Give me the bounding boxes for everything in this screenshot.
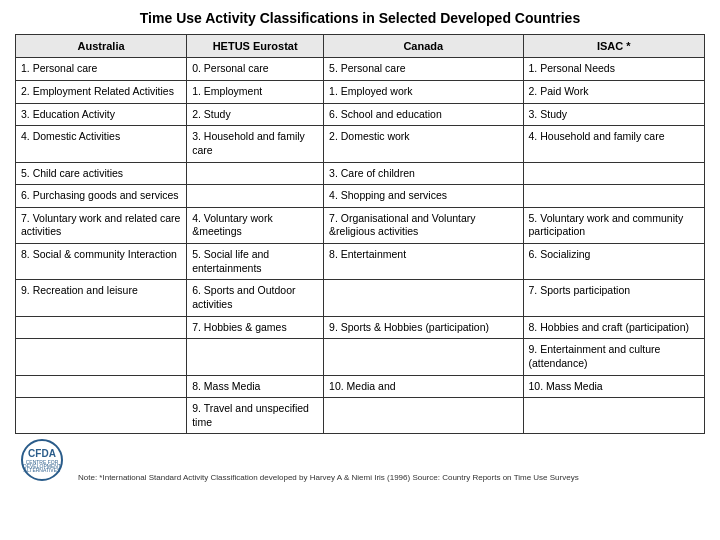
cell-r9-c0 — [16, 316, 187, 339]
cell-r11-c2: 10. Media and — [324, 375, 523, 398]
main-table: Australia HETUS Eurostat Canada ISAC * 1… — [15, 34, 705, 434]
cell-r12-c3 — [523, 398, 704, 434]
cell-r1-c2: 1. Employed work — [324, 80, 523, 103]
cfda-logo: CFDA CENTRE FOR DEVELOPMENT ALTERNATIVES — [15, 438, 70, 483]
cell-r3-c1: 3. Household and family care — [187, 126, 324, 162]
cell-r5-c1 — [187, 185, 324, 208]
footnote: Note: *International Standard Activity C… — [78, 473, 579, 483]
cell-r11-c0 — [16, 375, 187, 398]
table-row: 7. Hobbies & games9. Sports & Hobbies (p… — [16, 316, 705, 339]
table-row: 8. Social & community Interaction5. Soci… — [16, 244, 705, 280]
col-header-australia: Australia — [16, 35, 187, 58]
cell-r2-c2: 6. School and education — [324, 103, 523, 126]
cell-r2-c1: 2. Study — [187, 103, 324, 126]
table-row: 9. Entertainment and culture (attendance… — [16, 339, 705, 375]
cell-r12-c0 — [16, 398, 187, 434]
cell-r7-c1: 5. Social life and entertainments — [187, 244, 324, 280]
cell-r2-c3: 3. Study — [523, 103, 704, 126]
cell-r11-c1: 8. Mass Media — [187, 375, 324, 398]
cell-r5-c0: 6. Purchasing goods and services — [16, 185, 187, 208]
col-header-isac: ISAC * — [523, 35, 704, 58]
cell-r1-c0: 2. Employment Related Activities — [16, 80, 187, 103]
svg-text:CFDA: CFDA — [28, 448, 56, 459]
cell-r10-c3: 9. Entertainment and culture (attendance… — [523, 339, 704, 375]
cell-r3-c0: 4. Domestic Activities — [16, 126, 187, 162]
table-row: 1. Personal care0. Personal care5. Perso… — [16, 58, 705, 81]
cell-r5-c2: 4. Shopping and services — [324, 185, 523, 208]
cell-r1-c1: 1. Employment — [187, 80, 324, 103]
cell-r1-c3: 2. Paid Work — [523, 80, 704, 103]
cell-r9-c1: 7. Hobbies & games — [187, 316, 324, 339]
cell-r12-c2 — [324, 398, 523, 434]
cell-r6-c1: 4. Voluntary work &meetings — [187, 207, 324, 243]
table-row: 3. Education Activity2. Study6. School a… — [16, 103, 705, 126]
cell-r10-c2 — [324, 339, 523, 375]
cell-r9-c3: 8. Hobbies and craft (participation) — [523, 316, 704, 339]
table-row: 2. Employment Related Activities1. Emplo… — [16, 80, 705, 103]
table-row: 9. Travel and unspecified time — [16, 398, 705, 434]
cell-r4-c2: 3. Care of children — [324, 162, 523, 185]
cell-r8-c1: 6. Sports and Outdoor activities — [187, 280, 324, 316]
col-header-canada: Canada — [324, 35, 523, 58]
cell-r8-c0: 9. Recreation and leisure — [16, 280, 187, 316]
cell-r12-c1: 9. Travel and unspecified time — [187, 398, 324, 434]
cell-r8-c2 — [324, 280, 523, 316]
table-row: 5. Child care activities3. Care of child… — [16, 162, 705, 185]
table-row: 8. Mass Media10. Media and10. Mass Media — [16, 375, 705, 398]
cell-r4-c0: 5. Child care activities — [16, 162, 187, 185]
cell-r4-c3 — [523, 162, 704, 185]
cell-r7-c3: 6. Socializing — [523, 244, 704, 280]
cell-r6-c2: 7. Organisational and Voluntary &religio… — [324, 207, 523, 243]
cell-r3-c2: 2. Domestic work — [324, 126, 523, 162]
cell-r9-c2: 9. Sports & Hobbies (participation) — [324, 316, 523, 339]
cell-r7-c0: 8. Social & community Interaction — [16, 244, 187, 280]
page-title: Time Use Activity Classifications in Sel… — [15, 10, 705, 26]
col-header-hetus: HETUS Eurostat — [187, 35, 324, 58]
cell-r3-c3: 4. Household and family care — [523, 126, 704, 162]
table-row: 4. Domestic Activities3. Household and f… — [16, 126, 705, 162]
cell-r2-c0: 3. Education Activity — [16, 103, 187, 126]
cell-r0-c0: 1. Personal care — [16, 58, 187, 81]
footer: CFDA CENTRE FOR DEVELOPMENT ALTERNATIVES… — [15, 438, 705, 483]
cell-r6-c0: 7. Voluntary work and related care activ… — [16, 207, 187, 243]
cell-r0-c1: 0. Personal care — [187, 58, 324, 81]
table-row: 6. Purchasing goods and services4. Shopp… — [16, 185, 705, 208]
cell-r5-c3 — [523, 185, 704, 208]
cell-r7-c2: 8. Entertainment — [324, 244, 523, 280]
cell-r10-c0 — [16, 339, 187, 375]
svg-text:ALTERNATIVES: ALTERNATIVES — [24, 467, 61, 473]
cell-r4-c1 — [187, 162, 324, 185]
cell-r11-c3: 10. Mass Media — [523, 375, 704, 398]
cell-r8-c3: 7. Sports participation — [523, 280, 704, 316]
table-row: 9. Recreation and leisure6. Sports and O… — [16, 280, 705, 316]
cell-r0-c3: 1. Personal Needs — [523, 58, 704, 81]
cell-r10-c1 — [187, 339, 324, 375]
cell-r0-c2: 5. Personal care — [324, 58, 523, 81]
table-row: 7. Voluntary work and related care activ… — [16, 207, 705, 243]
cell-r6-c3: 5. Voluntary work and community particip… — [523, 207, 704, 243]
